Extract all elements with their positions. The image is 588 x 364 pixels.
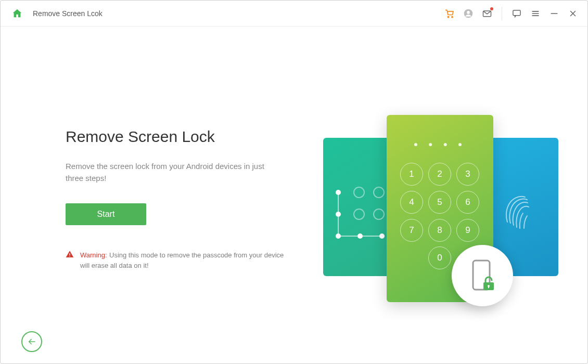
svg-point-0 xyxy=(448,16,449,17)
keypad-key: 4 xyxy=(400,191,423,214)
fingerprint-icon xyxy=(502,185,540,233)
mail-icon[interactable] xyxy=(480,6,494,21)
illustration: ● ● ● ● 1 2 3 4 5 6 7 8 9 0 xyxy=(319,115,558,302)
back-button[interactable] xyxy=(21,331,42,352)
titlebar-left: Remove Screen Lcok xyxy=(10,6,103,21)
start-button[interactable]: Start xyxy=(66,203,146,225)
close-icon[interactable] xyxy=(566,6,580,21)
main-heading: Remove Screen Lock xyxy=(66,128,284,146)
warning-label: Warning: xyxy=(80,251,107,259)
keypad-key: 6 xyxy=(456,191,479,214)
keypad-key: 0 xyxy=(428,246,451,269)
main-area: Remove Screen Lock Remove the screen loc… xyxy=(1,27,587,363)
keypad-zero-row: 0 xyxy=(428,246,451,269)
warning-text: Using this mode to remove the passcode f… xyxy=(80,251,284,269)
svg-point-3 xyxy=(467,11,470,14)
titlebar: Remove Screen Lcok xyxy=(1,1,587,27)
keypad-key: 3 xyxy=(456,163,479,186)
menu-icon[interactable] xyxy=(528,6,543,21)
phone-unlock-icon xyxy=(466,257,499,294)
home-icon[interactable] xyxy=(10,6,24,21)
svg-point-1 xyxy=(452,16,453,17)
user-icon[interactable] xyxy=(461,6,476,21)
keypad-key: 8 xyxy=(428,219,451,242)
keypad-key: 2 xyxy=(428,163,451,186)
warning-body: Warning: Using this mode to remove the p… xyxy=(80,250,284,271)
page-title: Remove Screen Lcok xyxy=(33,9,103,18)
keypad-key: 9 xyxy=(456,219,479,242)
minimize-icon[interactable] xyxy=(547,6,561,21)
warning-icon xyxy=(66,250,74,261)
main-subheading: Remove the screen lock from your Android… xyxy=(66,160,279,185)
keypad-key: 1 xyxy=(400,163,423,186)
svg-rect-12 xyxy=(69,253,70,255)
svg-rect-13 xyxy=(69,256,70,256)
pin-dots-icon: ● ● ● ● xyxy=(387,140,493,148)
svg-rect-5 xyxy=(513,10,520,15)
arrow-left-icon xyxy=(27,337,36,346)
phone-unlock-badge xyxy=(452,245,513,306)
cart-icon[interactable] xyxy=(442,6,457,21)
titlebar-right xyxy=(442,6,580,21)
content-panel: Remove Screen Lock Remove the screen loc… xyxy=(66,128,284,271)
keypad-key: 5 xyxy=(428,191,451,214)
warning-row: Warning: Using this mode to remove the p… xyxy=(66,250,284,271)
app-window: Remove Screen Lcok xyxy=(0,0,588,364)
svg-rect-17 xyxy=(488,286,489,288)
feedback-icon[interactable] xyxy=(509,6,524,21)
titlebar-separator xyxy=(502,7,502,20)
keypad-key: 7 xyxy=(400,219,423,242)
keypad-graphic: 1 2 3 4 5 6 7 8 9 xyxy=(400,163,479,242)
